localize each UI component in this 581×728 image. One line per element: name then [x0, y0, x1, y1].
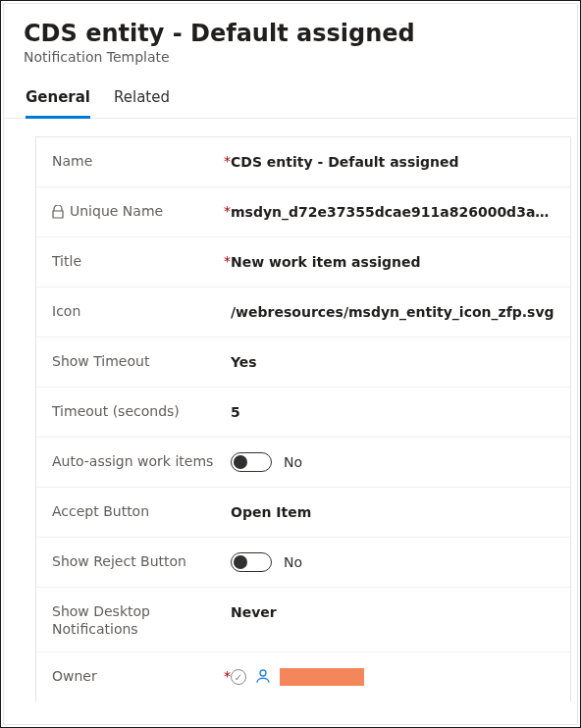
person-icon — [254, 667, 272, 688]
page-title: CDS entity - Default assigned — [24, 20, 557, 47]
auto-assign-toggle[interactable] — [231, 452, 272, 472]
field-unique-name-label: Unique Name — [70, 203, 214, 221]
show-reject-toggle-label: No — [284, 554, 302, 570]
field-show-desktop[interactable]: Show Desktop Notifications Never — [36, 588, 570, 652]
lock-icon — [52, 205, 64, 222]
field-icon-label: Icon — [52, 303, 231, 321]
entity-type-label: Notification Template — [24, 49, 557, 65]
required-marker: * — [220, 203, 231, 219]
field-show-timeout-label: Show Timeout — [52, 353, 231, 371]
field-icon[interactable]: Icon /webresources/msdyn_entity_icon_zfp… — [36, 287, 570, 338]
tab-general[interactable]: General — [26, 82, 90, 119]
auto-assign-toggle-label: No — [284, 454, 302, 470]
field-auto-assign[interactable]: Auto-assign work items No — [36, 438, 570, 488]
required-marker: * — [220, 668, 231, 684]
field-title-label: Title — [52, 253, 214, 271]
field-show-reject-label: Show Reject Button — [52, 553, 231, 571]
field-unique-name-value: msdyn_d72e37355dcae911a826000d3a… — [231, 201, 555, 223]
field-name-label: Name — [52, 153, 214, 171]
field-show-reject[interactable]: Show Reject Button No — [36, 538, 570, 588]
owner-value-redacted[interactable] — [280, 668, 364, 686]
field-timeout-label: Timeout (seconds) — [52, 403, 231, 421]
field-icon-value[interactable]: /webresources/msdyn_entity_icon_zfp.svg — [231, 301, 555, 323]
field-name-value[interactable]: CDS entity - Default assigned — [231, 151, 555, 173]
field-timeout-value[interactable]: 5 — [231, 401, 555, 423]
form-general: Name * CDS entity - Default assigned Uni… — [35, 136, 571, 702]
field-show-timeout[interactable]: Show Timeout Yes — [36, 338, 570, 388]
field-show-desktop-value[interactable]: Never — [231, 601, 555, 623]
required-marker: * — [220, 153, 231, 169]
field-title-value[interactable]: New work item assigned — [231, 251, 555, 273]
required-marker: * — [220, 253, 231, 269]
field-owner-label: Owner — [52, 668, 214, 686]
tab-list: General Related — [4, 65, 577, 119]
field-auto-assign-label: Auto-assign work items — [52, 453, 231, 471]
tab-related[interactable]: Related — [114, 82, 170, 118]
clock-icon: ✓ — [231, 669, 246, 685]
field-accept-button-label: Accept Button — [52, 503, 231, 521]
field-show-timeout-value[interactable]: Yes — [231, 351, 555, 373]
field-owner[interactable]: Owner * ✓ — [36, 652, 570, 702]
field-accept-button-value[interactable]: Open Item — [231, 501, 555, 523]
field-timeout[interactable]: Timeout (seconds) 5 — [36, 388, 570, 438]
show-reject-toggle[interactable] — [231, 552, 272, 572]
field-show-desktop-label: Show Desktop Notifications — [52, 603, 231, 638]
field-name[interactable]: Name * CDS entity - Default assigned — [36, 137, 570, 187]
field-title[interactable]: Title * New work item assigned — [36, 237, 570, 287]
field-accept-button[interactable]: Accept Button Open Item — [36, 488, 570, 538]
field-unique-name[interactable]: Unique Name * msdyn_d72e37355dcae911a826… — [36, 187, 570, 237]
